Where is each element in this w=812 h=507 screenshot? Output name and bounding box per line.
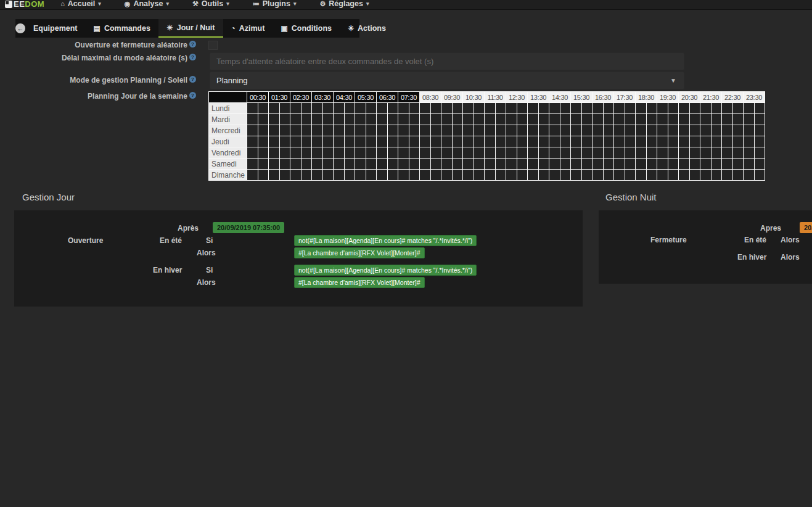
planning-slot-cell[interactable]: [258, 103, 269, 114]
planning-slot-cell[interactable]: [581, 103, 593, 114]
planning-slot-cell[interactable]: [290, 170, 301, 181]
planning-slot-cell[interactable]: [377, 114, 388, 125]
planning-slot-cell[interactable]: [549, 103, 560, 114]
max-delay-input[interactable]: [210, 52, 684, 70]
planning-slot-cell[interactable]: [420, 125, 431, 136]
planning-day-label[interactable]: Mercredi: [209, 125, 247, 136]
planning-slot-cell[interactable]: [334, 170, 345, 181]
planning-slot-cell[interactable]: [334, 114, 345, 125]
planning-time-header[interactable]: 04:30: [334, 92, 355, 103]
planning-slot-cell[interactable]: [474, 136, 485, 147]
planning-slot-cell[interactable]: [549, 136, 560, 147]
planning-slot-cell[interactable]: [452, 125, 463, 136]
planning-slot-cell[interactable]: [636, 147, 647, 159]
planning-slot-cell[interactable]: [614, 114, 625, 125]
planning-slot-cell[interactable]: [581, 159, 593, 170]
planning-time-header[interactable]: 07:30: [398, 92, 420, 103]
planning-time-header[interactable]: 15:30: [571, 92, 593, 103]
planning-slot-cell[interactable]: [700, 114, 712, 125]
planning-slot-cell[interactable]: [312, 103, 323, 114]
planning-slot-cell[interactable]: [603, 103, 614, 114]
planning-slot-cell[interactable]: [625, 136, 636, 147]
planning-slot-cell[interactable]: [279, 103, 290, 114]
planning-slot-cell[interactable]: [430, 170, 441, 181]
planning-slot-cell[interactable]: [441, 136, 453, 147]
planning-slot-cell[interactable]: [668, 147, 679, 159]
planning-slot-cell[interactable]: [657, 147, 668, 159]
planning-slot-cell[interactable]: [679, 159, 690, 170]
planning-slot-cell[interactable]: [732, 147, 744, 159]
jour-ete-alors-action-tag[interactable]: #[La chambre d'amis][RFX Volet][Monter]#: [294, 247, 425, 258]
planning-slot-cell[interactable]: [528, 147, 539, 159]
menu-accueil[interactable]: ⌂ Accueil ▾: [60, 0, 101, 9]
planning-slot-cell[interactable]: [679, 114, 690, 125]
planning-slot-cell[interactable]: [657, 159, 668, 170]
planning-slot-cell[interactable]: [528, 159, 539, 170]
planning-slot-cell[interactable]: [334, 103, 345, 114]
planning-slot-cell[interactable]: [689, 159, 700, 170]
planning-slot-cell[interactable]: [700, 103, 712, 114]
planning-slot-cell[interactable]: [614, 170, 625, 181]
planning-slot-cell[interactable]: [301, 170, 312, 181]
planning-slot-cell[interactable]: [452, 103, 463, 114]
planning-slot-cell[interactable]: [679, 125, 690, 136]
planning-slot-cell[interactable]: [517, 147, 528, 159]
planning-slot-cell[interactable]: [538, 159, 549, 170]
planning-slot-cell[interactable]: [636, 125, 647, 136]
planning-slot-cell[interactable]: [506, 147, 517, 159]
planning-slot-cell[interactable]: [334, 136, 345, 147]
planning-slot-cell[interactable]: [538, 125, 549, 136]
planning-time-header[interactable]: 14:30: [549, 92, 571, 103]
planning-slot-cell[interactable]: [646, 170, 657, 181]
planning-slot-cell[interactable]: [754, 159, 765, 170]
planning-slot-cell[interactable]: [258, 159, 269, 170]
planning-slot-cell[interactable]: [452, 147, 463, 159]
planning-slot-cell[interactable]: [711, 103, 722, 114]
planning-slot-cell[interactable]: [344, 147, 355, 159]
planning-slot-cell[interactable]: [603, 136, 614, 147]
planning-slot-cell[interactable]: [754, 147, 765, 159]
planning-slot-cell[interactable]: [571, 114, 582, 125]
planning-slot-cell[interactable]: [528, 103, 539, 114]
planning-slot-cell[interactable]: [571, 103, 582, 114]
planning-slot-cell[interactable]: [485, 136, 496, 147]
planning-slot-cell[interactable]: [636, 136, 647, 147]
planning-slot-cell[interactable]: [430, 159, 441, 170]
planning-slot-cell[interactable]: [301, 147, 312, 159]
planning-slot-cell[interactable]: [366, 114, 377, 125]
planning-slot-cell[interactable]: [549, 159, 560, 170]
planning-slot-cell[interactable]: [593, 114, 604, 125]
planning-slot-cell[interactable]: [517, 125, 528, 136]
planning-slot-cell[interactable]: [409, 170, 420, 181]
planning-slot-cell[interactable]: [732, 103, 744, 114]
planning-slot-cell[interactable]: [420, 159, 431, 170]
planning-time-header[interactable]: 03:30: [312, 92, 334, 103]
planning-slot-cell[interactable]: [463, 159, 474, 170]
tab-azimut[interactable]: ◔ Azimut: [223, 19, 273, 38]
planning-slot-cell[interactable]: [571, 125, 582, 136]
planning-slot-cell[interactable]: [269, 114, 280, 125]
planning-slot-cell[interactable]: [646, 147, 657, 159]
planning-slot-cell[interactable]: [614, 125, 625, 136]
planning-slot-cell[interactable]: [657, 114, 668, 125]
planning-slot-cell[interactable]: [279, 170, 290, 181]
planning-slot-cell[interactable]: [581, 136, 593, 147]
planning-slot-cell[interactable]: [269, 103, 280, 114]
planning-slot-cell[interactable]: [279, 136, 290, 147]
planning-slot-cell[interactable]: [398, 159, 409, 170]
planning-slot-cell[interactable]: [247, 170, 258, 181]
planning-slot-cell[interactable]: [517, 114, 528, 125]
planning-slot-cell[interactable]: [269, 170, 280, 181]
planning-time-header[interactable]: 19:30: [657, 92, 679, 103]
planning-slot-cell[interactable]: [258, 114, 269, 125]
planning-slot-cell[interactable]: [409, 125, 420, 136]
planning-slot-cell[interactable]: [398, 114, 409, 125]
planning-slot-cell[interactable]: [495, 125, 506, 136]
planning-slot-cell[interactable]: [506, 159, 517, 170]
planning-slot-cell[interactable]: [430, 114, 441, 125]
planning-slot-cell[interactable]: [711, 136, 722, 147]
planning-slot-cell[interactable]: [603, 125, 614, 136]
planning-slot-cell[interactable]: [312, 170, 323, 181]
planning-slot-cell[interactable]: [474, 125, 485, 136]
jeedom-logo[interactable]: EE DOM: [5, 0, 44, 9]
